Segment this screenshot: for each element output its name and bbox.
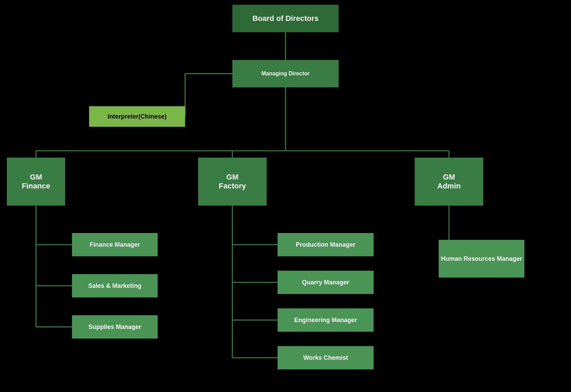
hr-manager-label: Human Resources Manager <box>441 255 522 262</box>
works-chemist-node: Works Chemist <box>278 346 374 369</box>
production-manager-label: Production Manager <box>296 241 355 248</box>
gm-factory-node: GM Factory <box>198 158 267 206</box>
managing-node: Managing Director <box>232 60 339 87</box>
supplies-manager-label: Supplies Manager <box>88 323 141 331</box>
gm-factory-label: GM Factory <box>219 173 246 191</box>
engineering-manager-node: Engineering Manager <box>278 308 374 332</box>
supplies-manager-node: Supplies Manager <box>72 315 158 339</box>
gm-admin-label: GM Admin <box>437 173 461 191</box>
sales-marketing-node: Sales & Marketing <box>72 274 158 297</box>
hr-manager-node: Human Resources Manager <box>439 240 524 278</box>
quarry-manager-label: Quarry Manager <box>302 279 349 286</box>
sales-marketing-label: Sales & Marketing <box>88 282 141 290</box>
interpreter-node: Interpreter(Chinese) <box>89 106 185 127</box>
works-chemist-label: Works Chemist <box>303 354 348 362</box>
finance-manager-node: Finance Manager <box>72 233 158 256</box>
gm-finance-node: GM Finance <box>7 158 65 206</box>
board-node: Board of Directors <box>232 5 339 32</box>
production-manager-node: Production Manager <box>278 233 374 256</box>
engineering-manager-label: Engineering Manager <box>294 317 357 324</box>
finance-manager-label: Finance Manager <box>89 241 140 248</box>
interpreter-label: Interpreter(Chinese) <box>108 113 167 120</box>
board-label: Board of Directors <box>252 14 318 23</box>
gm-finance-label: GM Finance <box>22 173 50 191</box>
managing-label: Managing Director <box>262 71 309 77</box>
org-chart: Board of Directors Managing Director Int… <box>0 0 571 392</box>
gm-admin-node: GM Admin <box>415 158 483 206</box>
quarry-manager-node: Quarry Manager <box>278 271 374 294</box>
